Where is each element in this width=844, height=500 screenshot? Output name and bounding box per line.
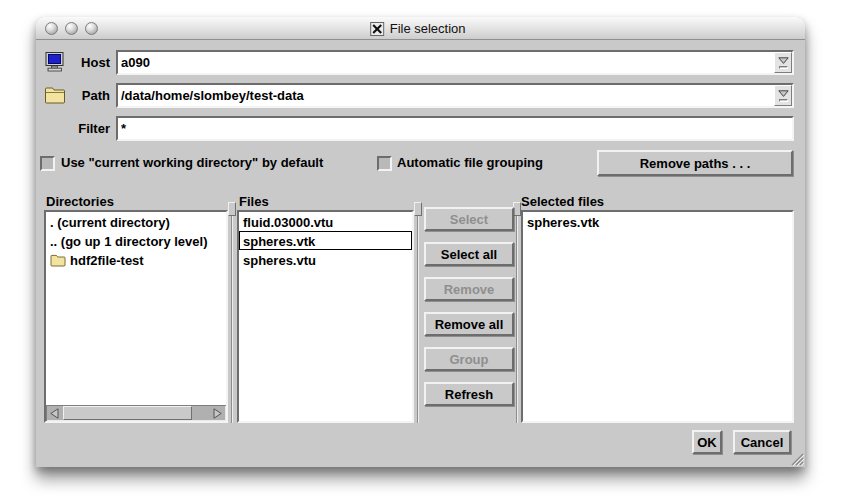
directories-items: . (current directory) .. (go up 1 direct… — [46, 212, 226, 405]
list-item[interactable]: spheres.vtu — [239, 250, 412, 269]
use-cwd-label: Use "current working directory" by defau… — [61, 154, 323, 172]
use-cwd-checkbox[interactable] — [40, 156, 55, 171]
list-item[interactable]: spheres.vtk — [523, 212, 792, 231]
directory-name: .. (go up 1 directory level) — [50, 233, 207, 250]
group-button[interactable]: Group — [424, 347, 514, 371]
filter-label: Filter — [36, 116, 110, 141]
remove-all-button[interactable]: Remove all — [424, 312, 514, 336]
path-field-frame — [116, 83, 794, 108]
folder-icon — [50, 254, 66, 267]
combo-bar — [779, 66, 788, 69]
file-name: spheres.vtu — [243, 252, 316, 269]
window-controls — [45, 22, 98, 35]
host-field-frame — [116, 50, 794, 75]
select-all-button[interactable]: Select all — [424, 242, 514, 266]
chevron-down-icon — [778, 90, 789, 97]
close-window-button[interactable] — [45, 22, 58, 35]
window-title: File selection — [390, 21, 466, 36]
cancel-button[interactable]: Cancel — [733, 430, 791, 454]
files-list: fluid.03000.vtu spheres.vtk spheres.vtu — [237, 210, 414, 423]
refresh-button[interactable]: Refresh — [424, 382, 514, 406]
host-label: Host — [36, 50, 110, 75]
files-header: Files — [239, 193, 269, 210]
file-actions-column: Select Select all Remove Remove all Grou… — [424, 207, 514, 406]
selected-files-list: spheres.vtk — [521, 210, 794, 423]
scroll-right-arrow-icon[interactable] — [210, 406, 225, 420]
x11-icon — [370, 22, 384, 36]
file-name: spheres.vtk — [243, 233, 315, 250]
remove-button[interactable]: Remove — [424, 277, 514, 301]
selected-files-items: spheres.vtk — [523, 212, 792, 421]
file-selection-window: File selection Host Path Filte — [36, 17, 805, 467]
ok-button[interactable]: OK — [692, 430, 722, 454]
chevron-down-icon — [778, 57, 789, 64]
path-input[interactable] — [118, 85, 792, 106]
filter-input[interactable] — [118, 118, 792, 139]
directories-list: . (current directory) .. (go up 1 direct… — [44, 210, 228, 423]
list-item[interactable]: . (current directory) — [46, 212, 226, 231]
splitter-handle[interactable] — [228, 202, 236, 216]
auto-grouping-label: Automatic file grouping — [397, 154, 543, 172]
auto-grouping-checkbox[interactable] — [377, 156, 392, 171]
selected-files-header: Selected files — [521, 193, 604, 210]
resize-grip-icon[interactable] — [788, 451, 804, 466]
splitter-handle[interactable] — [513, 202, 521, 216]
list-item[interactable]: hdf2file-test — [46, 250, 226, 269]
splitter-handle[interactable] — [414, 202, 422, 216]
path-label: Path — [36, 83, 110, 108]
scroll-left-arrow-icon[interactable] — [47, 406, 62, 420]
filter-field-frame — [116, 116, 794, 141]
remove-paths-button[interactable]: Remove paths . . . — [597, 150, 793, 176]
directories-horizontal-scrollbar[interactable] — [46, 405, 226, 421]
file-name: spheres.vtk — [527, 214, 599, 231]
select-button[interactable]: Select — [424, 207, 514, 231]
list-item-focused[interactable]: spheres.vtk — [239, 231, 412, 250]
directories-header: Directories — [46, 193, 114, 210]
zoom-window-button[interactable] — [85, 22, 98, 35]
host-input[interactable] — [118, 52, 792, 73]
combo-bar — [779, 99, 788, 102]
list-item[interactable]: .. (go up 1 directory level) — [46, 231, 226, 250]
file-name: fluid.03000.vtu — [243, 214, 333, 231]
path-dropdown-button[interactable] — [774, 85, 792, 106]
splitter-divider — [516, 202, 518, 423]
list-item[interactable]: fluid.03000.vtu — [239, 212, 412, 231]
titlebar: File selection — [36, 17, 805, 40]
minimize-window-button[interactable] — [65, 22, 78, 35]
host-dropdown-button[interactable] — [774, 52, 792, 73]
window-title-group: File selection — [370, 17, 466, 40]
scrollbar-thumb[interactable] — [63, 406, 192, 420]
directory-name: . (current directory) — [50, 214, 170, 231]
files-items: fluid.03000.vtu spheres.vtk spheres.vtu — [239, 212, 412, 421]
splitter-divider — [231, 202, 233, 423]
directory-name: hdf2file-test — [70, 252, 144, 269]
splitter-divider — [417, 202, 419, 423]
